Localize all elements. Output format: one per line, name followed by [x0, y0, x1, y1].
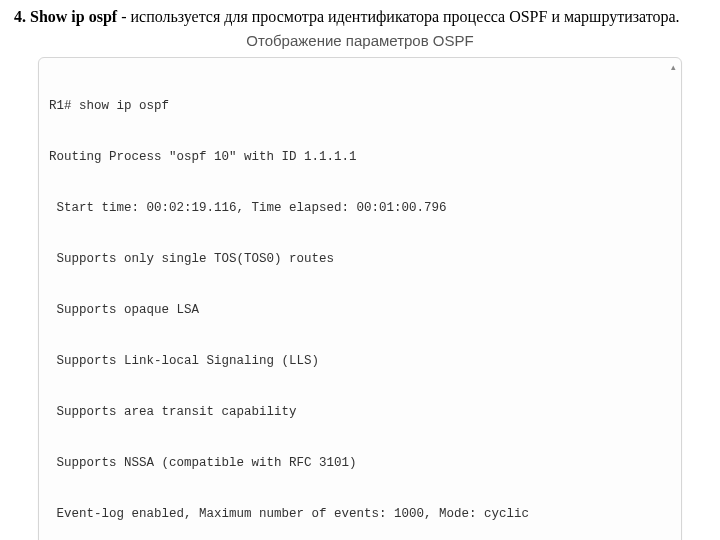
intro-paragraph: 4.Show ip ospf - используется для просмо…: [14, 6, 706, 28]
dash: -: [117, 8, 130, 25]
terminal-line: Supports Link-local Signaling (LLS): [49, 353, 673, 370]
terminal-line: Supports area transit capability: [49, 404, 673, 421]
terminal-output: R1# show ip ospf Routing Process "ospf 1…: [39, 58, 681, 540]
terminal-line: Supports opaque LSA: [49, 302, 673, 319]
figure-caption: Отображение параметров OSPF: [14, 32, 706, 49]
terminal-line: Start time: 00:02:19.116, Time elapsed: …: [49, 200, 673, 217]
page: 4.Show ip ospf - используется для просмо…: [0, 0, 720, 540]
terminal-prompt-line: R1# show ip ospf: [49, 98, 673, 115]
command-name: Show ip ospf: [30, 8, 117, 25]
intro-text: используется для просмотра идентификатор…: [130, 8, 679, 25]
terminal-line: Supports only single TOS(TOS0) routes: [49, 251, 673, 268]
item-number: 4.: [14, 8, 26, 25]
scroll-up-icon[interactable]: ▴: [668, 62, 678, 74]
scrollbar-track[interactable]: [668, 76, 678, 540]
terminal-line: Routing Process "ospf 10" with ID 1.1.1.…: [49, 149, 673, 166]
terminal-line: Supports NSSA (compatible with RFC 3101): [49, 455, 673, 472]
terminal-window: R1# show ip ospf Routing Process "ospf 1…: [38, 57, 682, 540]
scrollbar[interactable]: ▴ ▾: [668, 62, 678, 540]
terminal-line: Event-log enabled, Maximum number of eve…: [49, 506, 673, 523]
